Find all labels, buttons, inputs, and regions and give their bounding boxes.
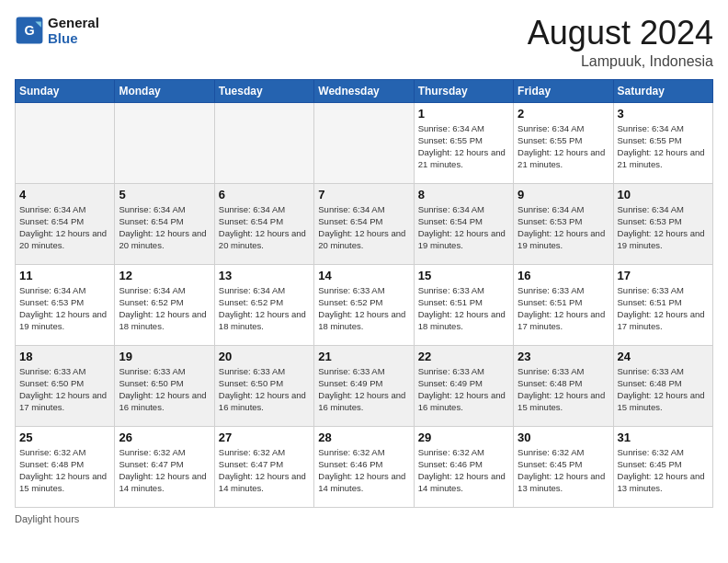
day-detail: Sunrise: 6:32 AMSunset: 6:48 PMDaylight:… (19, 446, 110, 495)
calendar-cell: 14Sunrise: 6:33 AMSunset: 6:52 PMDayligh… (314, 264, 414, 345)
day-detail: Sunrise: 6:34 AMSunset: 6:52 PMDaylight:… (219, 284, 310, 333)
calendar-week-3: 11Sunrise: 6:34 AMSunset: 6:53 PMDayligh… (16, 264, 713, 345)
calendar-cell: 6Sunrise: 6:34 AMSunset: 6:54 PMDaylight… (214, 183, 313, 264)
day-detail: Sunrise: 6:34 AMSunset: 6:55 PMDaylight:… (418, 122, 509, 171)
calendar-cell: 24Sunrise: 6:33 AMSunset: 6:48 PMDayligh… (613, 345, 712, 426)
day-detail: Sunrise: 6:32 AMSunset: 6:46 PMDaylight:… (418, 446, 509, 495)
day-detail: Sunrise: 6:33 AMSunset: 6:49 PMDaylight:… (318, 365, 409, 414)
calendar-cell (314, 102, 414, 183)
calendar-week-4: 18Sunrise: 6:33 AMSunset: 6:50 PMDayligh… (16, 345, 713, 426)
col-header-saturday: Saturday (613, 79, 712, 102)
calendar-cell (115, 102, 214, 183)
day-detail: Sunrise: 6:34 AMSunset: 6:54 PMDaylight:… (318, 203, 409, 252)
calendar-cell: 25Sunrise: 6:32 AMSunset: 6:48 PMDayligh… (16, 426, 115, 507)
daylight-label: Daylight hours (15, 513, 79, 524)
calendar-cell: 5Sunrise: 6:34 AMSunset: 6:54 PMDaylight… (115, 183, 214, 264)
day-number: 7 (318, 188, 409, 201)
calendar-cell: 7Sunrise: 6:34 AMSunset: 6:54 PMDaylight… (314, 183, 414, 264)
calendar-week-1: 1Sunrise: 6:34 AMSunset: 6:55 PMDaylight… (16, 102, 713, 183)
day-number: 18 (19, 350, 110, 363)
calendar-cell: 17Sunrise: 6:33 AMSunset: 6:51 PMDayligh… (613, 264, 712, 345)
calendar-cell: 21Sunrise: 6:33 AMSunset: 6:49 PMDayligh… (314, 345, 414, 426)
day-detail: Sunrise: 6:33 AMSunset: 6:50 PMDaylight:… (19, 365, 110, 414)
day-detail: Sunrise: 6:34 AMSunset: 6:54 PMDaylight:… (418, 203, 509, 252)
day-detail: Sunrise: 6:33 AMSunset: 6:50 PMDaylight:… (119, 365, 210, 414)
day-number: 27 (219, 431, 310, 444)
day-detail: Sunrise: 6:32 AMSunset: 6:45 PMDaylight:… (518, 446, 609, 495)
day-number: 19 (119, 350, 210, 363)
day-number: 29 (418, 431, 509, 444)
day-number: 25 (19, 431, 110, 444)
day-detail: Sunrise: 6:34 AMSunset: 6:53 PMDaylight:… (19, 284, 110, 333)
day-number: 10 (618, 188, 709, 201)
calendar-cell: 4Sunrise: 6:34 AMSunset: 6:54 PMDaylight… (16, 183, 115, 264)
calendar-cell: 3Sunrise: 6:34 AMSunset: 6:55 PMDaylight… (613, 102, 712, 183)
calendar-cell: 29Sunrise: 6:32 AMSunset: 6:46 PMDayligh… (414, 426, 513, 507)
col-header-tuesday: Tuesday (214, 79, 313, 102)
calendar-cell: 28Sunrise: 6:32 AMSunset: 6:46 PMDayligh… (314, 426, 414, 507)
day-detail: Sunrise: 6:33 AMSunset: 6:48 PMDaylight:… (618, 365, 709, 414)
calendar-cell: 18Sunrise: 6:33 AMSunset: 6:50 PMDayligh… (16, 345, 115, 426)
day-number: 4 (19, 188, 110, 201)
day-detail: Sunrise: 6:34 AMSunset: 6:54 PMDaylight:… (119, 203, 210, 252)
calendar-cell: 27Sunrise: 6:32 AMSunset: 6:47 PMDayligh… (214, 426, 313, 507)
day-number: 13 (219, 269, 310, 282)
calendar-week-5: 25Sunrise: 6:32 AMSunset: 6:48 PMDayligh… (16, 426, 713, 507)
day-number: 3 (618, 107, 709, 121)
logo-icon: G (15, 16, 44, 45)
calendar-header-row: SundayMondayTuesdayWednesdayThursdayFrid… (16, 79, 713, 102)
day-detail: Sunrise: 6:33 AMSunset: 6:48 PMDaylight:… (518, 365, 609, 414)
calendar-cell: 22Sunrise: 6:33 AMSunset: 6:49 PMDayligh… (414, 345, 513, 426)
calendar-cell: 20Sunrise: 6:33 AMSunset: 6:50 PMDayligh… (214, 345, 313, 426)
day-detail: Sunrise: 6:34 AMSunset: 6:53 PMDaylight:… (518, 203, 609, 252)
calendar-cell: 2Sunrise: 6:34 AMSunset: 6:55 PMDaylight… (514, 102, 613, 183)
day-detail: Sunrise: 6:33 AMSunset: 6:51 PMDaylight:… (518, 284, 609, 333)
day-number: 11 (19, 269, 110, 282)
calendar-cell: 31Sunrise: 6:32 AMSunset: 6:45 PMDayligh… (613, 426, 712, 507)
day-number: 21 (318, 350, 409, 363)
calendar-cell: 9Sunrise: 6:34 AMSunset: 6:53 PMDaylight… (514, 183, 613, 264)
day-detail: Sunrise: 6:33 AMSunset: 6:52 PMDaylight:… (318, 284, 409, 333)
month-year: August 2024 (528, 15, 713, 52)
calendar-cell: 26Sunrise: 6:32 AMSunset: 6:47 PMDayligh… (115, 426, 214, 507)
day-number: 31 (618, 431, 709, 444)
day-number: 23 (518, 350, 609, 363)
day-number: 8 (418, 188, 509, 201)
day-number: 20 (219, 350, 310, 363)
calendar-cell: 13Sunrise: 6:34 AMSunset: 6:52 PMDayligh… (214, 264, 313, 345)
col-header-wednesday: Wednesday (314, 79, 414, 102)
col-header-thursday: Thursday (414, 79, 513, 102)
svg-text:G: G (24, 23, 34, 38)
day-detail: Sunrise: 6:34 AMSunset: 6:52 PMDaylight:… (119, 284, 210, 333)
day-number: 30 (518, 431, 609, 444)
calendar-cell: 11Sunrise: 6:34 AMSunset: 6:53 PMDayligh… (16, 264, 115, 345)
day-detail: Sunrise: 6:33 AMSunset: 6:50 PMDaylight:… (219, 365, 310, 414)
day-number: 24 (618, 350, 709, 363)
logo-text: General Blue (48, 15, 99, 46)
day-detail: Sunrise: 6:33 AMSunset: 6:51 PMDaylight:… (618, 284, 709, 333)
day-detail: Sunrise: 6:32 AMSunset: 6:47 PMDaylight:… (119, 446, 210, 495)
day-detail: Sunrise: 6:32 AMSunset: 6:47 PMDaylight:… (219, 446, 310, 495)
col-header-monday: Monday (115, 79, 214, 102)
day-number: 28 (318, 431, 409, 444)
day-number: 5 (119, 188, 210, 201)
day-number: 14 (318, 269, 409, 282)
day-number: 22 (418, 350, 509, 363)
logo: G General Blue (15, 15, 99, 46)
calendar-cell: 12Sunrise: 6:34 AMSunset: 6:52 PMDayligh… (115, 264, 214, 345)
day-detail: Sunrise: 6:34 AMSunset: 6:55 PMDaylight:… (618, 122, 709, 171)
day-number: 12 (119, 269, 210, 282)
day-detail: Sunrise: 6:34 AMSunset: 6:55 PMDaylight:… (518, 122, 609, 171)
calendar-table: SundayMondayTuesdayWednesdayThursdayFrid… (15, 79, 713, 508)
day-number: 9 (518, 188, 609, 201)
calendar-cell: 16Sunrise: 6:33 AMSunset: 6:51 PMDayligh… (514, 264, 613, 345)
col-header-sunday: Sunday (16, 79, 115, 102)
day-number: 26 (119, 431, 210, 444)
calendar-cell (214, 102, 313, 183)
footer-note: Daylight hours (15, 513, 713, 524)
day-detail: Sunrise: 6:32 AMSunset: 6:45 PMDaylight:… (618, 446, 709, 495)
col-header-friday: Friday (514, 79, 613, 102)
calendar-cell: 1Sunrise: 6:34 AMSunset: 6:55 PMDaylight… (414, 102, 513, 183)
calendar-cell: 19Sunrise: 6:33 AMSunset: 6:50 PMDayligh… (115, 345, 214, 426)
day-number: 2 (518, 107, 609, 121)
